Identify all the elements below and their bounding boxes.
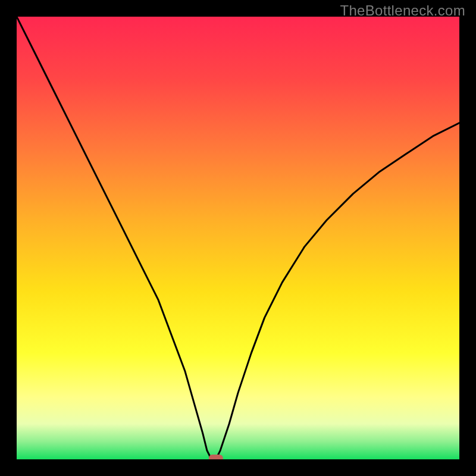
chart-frame: TheBottleneck.com — [0, 0, 476, 476]
bottleneck-plot — [17, 17, 459, 459]
optimal-point-marker — [209, 455, 223, 459]
